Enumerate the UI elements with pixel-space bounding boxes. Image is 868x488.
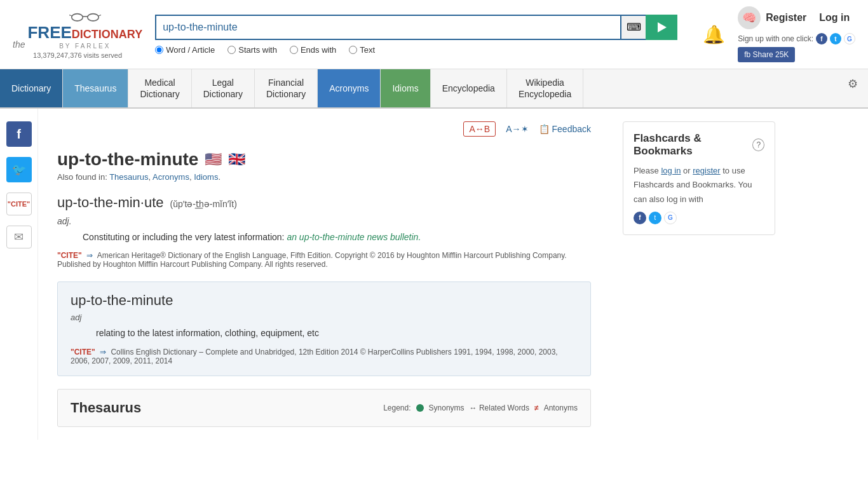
- facebook-share-action[interactable]: f: [6, 121, 32, 147]
- flashcard-help-icon[interactable]: ?: [752, 139, 764, 151]
- legend-label: Legend:: [383, 403, 410, 412]
- related-words-label: ↔ Related Words: [470, 403, 529, 412]
- flashcard-fb-icon[interactable]: f: [634, 212, 646, 224]
- definition-text-1: Constituting or including the very lates…: [83, 230, 591, 244]
- tab-acronyms[interactable]: Acronyms: [318, 69, 381, 107]
- cite-source-2: Collins English Dictionary – Complete an…: [71, 348, 558, 365]
- definition-block-1: up-to-the-min·ute (ŭp′tə-t͟hə-mĭn′ĭt) ad…: [57, 194, 591, 268]
- register-button[interactable]: 🧠 Register: [738, 6, 806, 29]
- nav-tabs: Dictionary Thesaurus MedicalDictionary L…: [0, 69, 868, 109]
- radio-text[interactable]: Text: [349, 45, 375, 55]
- flashcard-text-or: or: [683, 166, 693, 175]
- search-input[interactable]: [155, 15, 620, 40]
- feedback-icon: 📋: [539, 124, 550, 134]
- login-button[interactable]: Log in: [819, 12, 850, 24]
- definition-block-2: up-to-the-minute adj relating to the lat…: [57, 281, 591, 376]
- bell-icon: 🔔: [703, 24, 725, 45]
- tab-legal-dictionary[interactable]: LegalDictionary: [192, 69, 255, 107]
- flashcard-box: Flashcards & Bookmarks ? Please log in o…: [623, 121, 775, 234]
- signup-text: Sign up with one click:: [738, 34, 813, 43]
- twitter-signup-icon[interactable]: t: [830, 33, 841, 44]
- register-label: Register: [766, 12, 806, 24]
- flashcard-login-link[interactable]: log in: [661, 166, 681, 175]
- phonetic-row: up-to-the-min·ute (ŭp′tə-t͟hə-mĭn′ĭt): [57, 194, 591, 211]
- flag-us-icon: 🇺🇸: [205, 151, 222, 168]
- logo-area: the FREE DICTIONARY BY FARLEX: [13, 10, 142, 59]
- keyboard-button[interactable]: ⌨: [620, 15, 646, 40]
- search-button[interactable]: [646, 15, 677, 40]
- also-found-acronyms[interactable]: Acronyms: [153, 172, 189, 182]
- tab-dictionary[interactable]: Dictionary: [0, 69, 63, 107]
- settings-icon[interactable]: ⚙: [837, 69, 868, 107]
- cite-link-1[interactable]: "CITE": [57, 251, 82, 260]
- google-signup-icon[interactable]: G: [844, 33, 855, 44]
- main-content: A↔B A→✶ 📋 Feedback up-to-the-minute 🇺🇸 🇬…: [38, 109, 610, 440]
- font-size-button[interactable]: A→✶: [506, 124, 528, 134]
- search-icon: [655, 21, 668, 34]
- cite-link-2[interactable]: "CITE": [71, 348, 95, 356]
- auth-bell-area: 🔔 🧠 Register Log in Sign up with one cli…: [703, 6, 855, 62]
- flashcard-header: Flashcards & Bookmarks ?: [634, 132, 764, 158]
- radio-word-article[interactable]: Word / Article: [155, 45, 215, 55]
- cite-action[interactable]: "CITE": [6, 193, 32, 215]
- svg-line-4: [98, 15, 101, 15]
- phonetic-text: (ŭp′tə-t͟hə-mĭn′ĭt): [170, 199, 237, 209]
- flashcard-tw-icon[interactable]: t: [649, 212, 661, 224]
- antonyms-icon: ≠: [534, 403, 539, 412]
- part-of-speech-1: adj.: [57, 216, 591, 226]
- thesaurus-section: Thesaurus Legend: Synonyms ↔ Related Wor…: [57, 389, 591, 427]
- right-sidebar: Flashcards & Bookmarks ? Please log in o…: [610, 109, 788, 440]
- word-title: up-to-the-minute 🇺🇸 🇬🇧: [57, 149, 591, 170]
- email-action[interactable]: ✉: [6, 226, 32, 248]
- logo[interactable]: the FREE DICTIONARY BY FARLEX: [13, 10, 142, 50]
- thesaurus-header: Thesaurus Legend: Synonyms ↔ Related Wor…: [71, 400, 578, 416]
- cite-arrow-2: ⇒: [100, 348, 106, 356]
- tab-encyclopedia[interactable]: Encyclopedia: [431, 69, 507, 107]
- logo-dictionary: DICTIONARY: [72, 28, 142, 41]
- header: the FREE DICTIONARY BY FARLEX: [0, 0, 868, 69]
- radio-starts-with[interactable]: Starts with: [227, 45, 277, 55]
- def2-pos: adj: [71, 313, 578, 322]
- tab-wikipedia-encyclopedia[interactable]: WikipediaEncyclopedia: [507, 69, 583, 107]
- content-actions: A↔B A→✶ 📋 Feedback: [57, 121, 591, 137]
- twitter-share-action[interactable]: 🐦: [6, 157, 32, 182]
- social-signup: Sign up with one click: f t G: [738, 33, 855, 44]
- tab-idioms[interactable]: Idioms: [381, 69, 430, 107]
- also-found-thesaurus[interactable]: Thesaurus: [109, 172, 148, 182]
- also-found-prefix: Also found in:: [57, 172, 107, 182]
- flag-uk-icon: 🇬🇧: [228, 151, 245, 168]
- thesaurus-title: Thesaurus: [71, 400, 141, 416]
- facebook-signup-icon[interactable]: f: [816, 33, 827, 44]
- visits-count: 13,379,247,376 visits served: [33, 51, 122, 59]
- flashcard-register-link[interactable]: register: [693, 166, 720, 175]
- tab-medical-dictionary[interactable]: MedicalDictionary: [128, 69, 191, 107]
- flashcard-text-before: Please: [634, 166, 659, 175]
- svg-point-1: [88, 13, 99, 20]
- feedback-label: Feedback: [552, 124, 591, 134]
- radio-word-label: Word / Article: [166, 45, 215, 55]
- def2-word-heading: up-to-the-minute: [71, 292, 578, 309]
- glasses-icon: [69, 10, 101, 23]
- translate-button[interactable]: A↔B: [463, 121, 496, 137]
- cite-row-1: "CITE" ⇒ American Heritage® Dictionary o…: [57, 251, 591, 269]
- definition-body-1: Constituting or including the very lates…: [83, 232, 285, 242]
- auth-top: 🧠 Register Log in: [738, 6, 855, 29]
- tab-financial-dictionary[interactable]: FinancialDictionary: [255, 69, 318, 107]
- cite-arrow-1: ⇒: [86, 251, 93, 260]
- also-found: Also found in: Thesaurus, Acronyms, Idio…: [57, 172, 591, 182]
- logo-free: FREE: [27, 23, 71, 43]
- register-icon: 🧠: [738, 6, 761, 29]
- also-found-idioms[interactable]: Idioms: [194, 172, 218, 182]
- svg-marker-5: [658, 22, 667, 32]
- feedback-button[interactable]: 📋 Feedback: [539, 124, 591, 134]
- tab-thesaurus[interactable]: Thesaurus: [63, 69, 128, 107]
- logo-byfarlex: BY FARLEX: [59, 43, 111, 50]
- flashcard-goog-icon[interactable]: G: [664, 212, 677, 224]
- radio-ends-with[interactable]: Ends with: [290, 45, 336, 55]
- left-sidebar: f 🐦 "CITE" ✉: [0, 109, 38, 440]
- flashcard-social-icons: f t G: [634, 212, 764, 224]
- synonym-dot: [416, 404, 424, 412]
- cite-source-1: American Heritage® Dictionary of the Eng…: [57, 251, 567, 269]
- fb-share-button[interactable]: fb Share 25K: [738, 47, 795, 62]
- flashcard-text: Please log in or register to use Flashca…: [634, 164, 764, 224]
